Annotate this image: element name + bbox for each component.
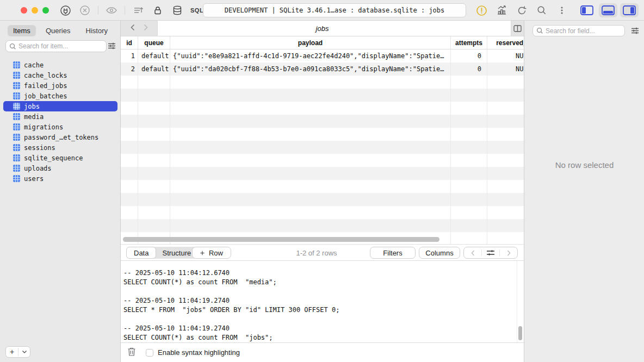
tab-structure[interactable]: Structure (156, 248, 197, 258)
column-header-id[interactable]: id (121, 36, 138, 49)
search-icon (536, 27, 543, 34)
tab-history[interactable]: History (81, 25, 113, 36)
disconnect-icon[interactable] (78, 4, 91, 17)
vertical-scrollbar-thumb[interactable] (518, 326, 522, 340)
table-name: media (24, 113, 44, 121)
table-name: migrations (24, 123, 63, 131)
sidebar-search-input[interactable] (18, 42, 95, 50)
sidebar-search-field[interactable] (5, 40, 107, 52)
syntax-highlighting-label: Enable syntax highlighting (158, 348, 240, 357)
refresh-icon[interactable] (515, 4, 528, 17)
lock-icon[interactable] (151, 4, 164, 17)
sql-editor-icon[interactable]: SQL (190, 7, 203, 14)
sidebar-item-job-batches[interactable]: job_batches (3, 91, 117, 101)
table-icon (13, 113, 20, 120)
toggle-right-panel-button[interactable] (620, 3, 639, 17)
chart-icon[interactable] (495, 4, 508, 17)
log-export-icon[interactable] (132, 4, 145, 17)
table-name: sessions (24, 144, 55, 152)
field-search-field[interactable] (532, 25, 625, 36)
horizontal-scrollbar[interactable] (123, 237, 439, 242)
syntax-highlighting-checkbox[interactable] (146, 349, 153, 357)
close-window-button[interactable] (21, 7, 27, 14)
sidebar-item-users[interactable]: users (3, 173, 117, 184)
zoom-window-button[interactable] (42, 7, 49, 14)
sql-log-line (123, 315, 524, 324)
toggle-left-panel-button[interactable] (578, 3, 596, 17)
cell-payload[interactable]: {"uuid":"da020cbf-7f88-4b53-b7e0-a091ca8… (170, 63, 451, 76)
chevron-down-icon[interactable] (18, 350, 30, 354)
column-header-queue[interactable]: queue (138, 36, 170, 49)
table-icon (13, 82, 20, 89)
cell-queue[interactable]: default (138, 49, 170, 63)
sidebar-item-migrations[interactable]: migrations (3, 122, 117, 132)
column-header-payload[interactable]: payload (170, 36, 451, 49)
trash-icon[interactable] (127, 347, 136, 359)
add-item-button[interactable]: + (5, 346, 30, 358)
plus-icon[interactable]: + (6, 348, 18, 356)
add-row-button[interactable]: Row (192, 247, 231, 259)
empty-row (121, 128, 524, 141)
toolbar-divider (125, 6, 125, 15)
connection-icon[interactable] (59, 4, 72, 17)
database-icon[interactable] (171, 4, 184, 17)
split-view-icon[interactable] (511, 21, 524, 36)
cell-reserved[interactable]: NULL (487, 49, 524, 63)
sidebar-item-uploads[interactable]: uploads (3, 163, 117, 173)
table-list: cache cache_locks failed_jobs job_batche… (0, 60, 121, 184)
sidebar-item-cache-locks[interactable]: cache_locks (3, 70, 117, 80)
cell-id[interactable]: 1 (121, 49, 138, 63)
sql-log-line: -- 2025-05-10 11:04:19.2740 (123, 296, 524, 305)
toggle-bottom-panel-button[interactable] (599, 3, 617, 17)
cell-payload[interactable]: {"uuid":"e8e9a821-affd-4c1d-9719-aec22fe… (170, 49, 451, 63)
tab-queries[interactable]: Queries (40, 25, 76, 36)
column-header-attempts[interactable]: attempts (451, 36, 487, 49)
minimize-window-button[interactable] (32, 7, 38, 14)
cell-id[interactable]: 2 (121, 63, 138, 76)
field-search-input[interactable] (546, 27, 616, 35)
eye-icon[interactable] (105, 4, 118, 17)
vertical-scrollbar-track[interactable] (517, 261, 524, 342)
more-options-icon[interactable] (555, 4, 568, 17)
page-settings-icon[interactable] (482, 249, 499, 257)
sidebar-item-sessions[interactable]: sessions (3, 142, 117, 153)
columns-button[interactable]: Columns (419, 247, 460, 259)
row-detail-panel: No row selected (524, 21, 644, 362)
empty-row (121, 219, 524, 232)
table-icon (13, 134, 20, 141)
sidebar-item-jobs[interactable]: jobs (3, 101, 117, 111)
cell-attempts[interactable]: 0 (451, 63, 487, 76)
empty-row (121, 89, 524, 102)
window-controls (21, 7, 49, 14)
search-icon (9, 43, 16, 50)
filters-button[interactable]: Filters (370, 247, 416, 259)
sidebar-item-sqlite-sequence[interactable]: sqlite_sequence (3, 153, 117, 163)
cell-queue[interactable]: default (138, 63, 170, 76)
column-header-reserved[interactable]: reserved_ (487, 36, 524, 49)
titlebar: SQL DEVELOPMENT | SQLite 3.46.1…ase : da… (0, 0, 644, 21)
table-row[interactable]: 2 default {"uuid":"da020cbf-7f88-4b53-b7… (121, 63, 524, 76)
table-name: jobs (24, 103, 40, 110)
sidebar-item-failed-jobs[interactable]: failed_jobs (3, 80, 117, 91)
cell-attempts[interactable]: 0 (451, 49, 487, 63)
table-name: failed_jobs (24, 82, 67, 90)
table-row[interactable]: 1 default {"uuid":"e8e9a821-affd-4c1d-97… (121, 49, 524, 63)
warning-icon[interactable] (475, 4, 488, 17)
cell-reserved[interactable]: NULL (487, 63, 524, 76)
sql-log[interactable]: -- 2025-05-10 11:04:12.6740SELECT COUNT(… (121, 261, 524, 342)
field-filter-icon[interactable] (630, 26, 640, 38)
next-page-button[interactable] (500, 250, 517, 256)
sidebar-item-password-reset-tokens[interactable]: password_…et_tokens (3, 132, 117, 142)
empty-row (121, 115, 524, 128)
sidebar-item-cache[interactable]: cache (3, 60, 117, 70)
tab-data[interactable]: Data (126, 247, 156, 259)
search-icon[interactable] (535, 4, 548, 17)
tab-items[interactable]: Items (8, 25, 36, 36)
table-name: uploads (24, 165, 52, 172)
toolbar-divider (98, 6, 98, 15)
sidebar-filter-icon[interactable] (107, 41, 116, 53)
sidebar-item-media[interactable]: media (3, 111, 117, 122)
prev-page-button[interactable] (464, 250, 481, 256)
table-header-row: id queue payload attempts reserved_ (121, 36, 524, 49)
table-name: sqlite_sequence (24, 154, 83, 162)
